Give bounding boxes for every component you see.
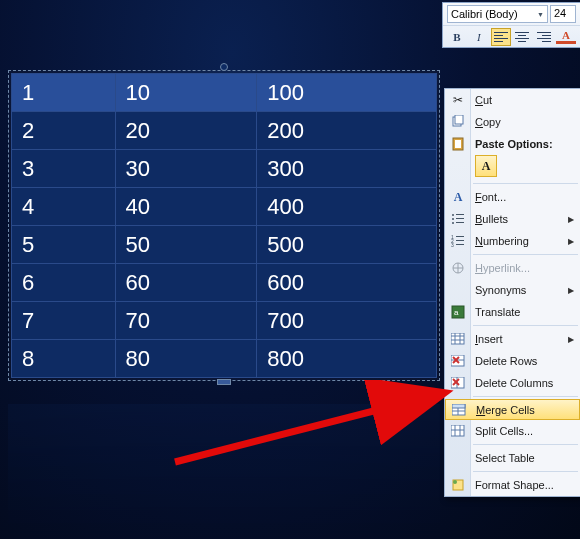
table-row[interactable]: 660600 <box>12 264 437 302</box>
table-row[interactable]: 770700 <box>12 302 437 340</box>
menu-header-paste-options: Paste Options: <box>445 133 580 155</box>
table-row[interactable]: 440400 <box>12 188 437 226</box>
table-cell[interactable]: 2 <box>12 112 116 150</box>
menu-item-translate[interactable]: a Translate <box>445 301 580 323</box>
menu-separator <box>473 254 578 255</box>
menu-item-hyperlink: Hyperlink... <box>445 257 580 279</box>
context-menu: ✂ Cut Copy Paste Options: A A Font... Bu… <box>444 88 580 497</box>
table-row[interactable]: 220200 <box>12 112 437 150</box>
menu-item-delete-rows[interactable]: Delete Rows <box>445 350 580 372</box>
format-shape-icon <box>449 477 467 493</box>
table-cell[interactable]: 20 <box>115 112 257 150</box>
rotate-handle-icon[interactable] <box>220 63 228 71</box>
svg-rect-15 <box>456 244 464 245</box>
italic-button[interactable]: I <box>469 28 489 46</box>
delete-rows-icon <box>449 353 467 369</box>
align-center-button[interactable] <box>513 28 533 46</box>
table-cell[interactable]: 40 <box>115 188 257 226</box>
chevron-right-icon: ▶ <box>568 215 574 224</box>
align-left-button[interactable] <box>491 28 511 46</box>
align-right-button[interactable] <box>534 28 554 46</box>
table-cell[interactable]: 5 <box>12 226 116 264</box>
paste-keep-text-button[interactable]: A <box>475 155 497 177</box>
table-cell[interactable]: 4 <box>12 188 116 226</box>
table-row[interactable]: 550500 <box>12 226 437 264</box>
table-row[interactable]: 110100 <box>12 74 437 112</box>
table-cell[interactable]: 700 <box>257 302 437 340</box>
svg-rect-3 <box>455 140 461 148</box>
table-container[interactable]: 1101002202003303004404005505006606007707… <box>8 70 440 381</box>
table-cell[interactable]: 10 <box>115 74 257 112</box>
menu-item-merge-cells[interactable]: Merge Cells <box>445 399 580 420</box>
table-cell[interactable]: 6 <box>12 264 116 302</box>
table-cell[interactable]: 7 <box>12 302 116 340</box>
table-cell[interactable]: 1 <box>12 74 116 112</box>
menu-separator <box>473 396 578 397</box>
mini-toolbar: Calibri (Body) ▼ 24 B I A <box>442 2 580 48</box>
table-cell[interactable]: 800 <box>257 340 437 378</box>
menu-item-split-cells[interactable]: Split Cells... <box>445 420 580 442</box>
svg-point-41 <box>453 480 457 484</box>
svg-rect-9 <box>456 222 464 223</box>
font-size-value: 24 <box>554 7 566 19</box>
table-cell[interactable]: 60 <box>115 264 257 302</box>
paste-options-row: A <box>445 155 580 181</box>
move-handle-icon[interactable] <box>217 379 231 385</box>
bold-button[interactable]: B <box>447 28 467 46</box>
data-table: 1101002202003303004404005505006606007707… <box>11 73 437 378</box>
menu-item-font[interactable]: A Font... <box>445 186 580 208</box>
menu-item-insert[interactable]: Insert ▶ <box>445 328 580 350</box>
numbering-icon: 123 <box>449 233 467 249</box>
menu-item-bullets[interactable]: Bullets ▶ <box>445 208 580 230</box>
delete-columns-icon <box>449 375 467 391</box>
align-center-icon <box>515 32 529 42</box>
menu-separator <box>473 444 578 445</box>
table-cell[interactable]: 8 <box>12 340 116 378</box>
menu-item-cut[interactable]: ✂ Cut <box>445 89 580 111</box>
table-cell[interactable]: 30 <box>115 150 257 188</box>
menu-item-synonyms[interactable]: Synonyms ▶ <box>445 279 580 301</box>
table-row[interactable]: 330300 <box>12 150 437 188</box>
table-cell[interactable]: 80 <box>115 340 257 378</box>
svg-rect-11 <box>456 236 464 237</box>
table-cell[interactable]: 300 <box>257 150 437 188</box>
table-row[interactable]: 880800 <box>12 340 437 378</box>
table-cell[interactable]: 3 <box>12 150 116 188</box>
table-insert-icon <box>449 331 467 347</box>
table-cell[interactable]: 600 <box>257 264 437 302</box>
align-right-icon <box>537 32 551 42</box>
table-cell[interactable]: 70 <box>115 302 257 340</box>
table-reflection <box>8 404 440 536</box>
font-size-select[interactable]: 24 <box>550 5 576 23</box>
table-cell[interactable]: 50 <box>115 226 257 264</box>
menu-item-format-shape[interactable]: Format Shape... <box>445 474 580 496</box>
font-family-value: Calibri (Body) <box>451 8 518 20</box>
menu-separator <box>473 325 578 326</box>
svg-text:a: a <box>454 308 459 317</box>
font-color-button[interactable]: A <box>556 29 576 44</box>
svg-rect-1 <box>455 115 463 124</box>
table-cell[interactable]: 100 <box>257 74 437 112</box>
chevron-right-icon: ▶ <box>568 237 574 246</box>
copy-icon <box>449 114 467 130</box>
svg-rect-13 <box>456 240 464 241</box>
svg-text:3: 3 <box>451 242 454 247</box>
svg-rect-19 <box>451 333 464 344</box>
menu-separator <box>473 471 578 472</box>
chevron-right-icon: ▶ <box>568 335 574 344</box>
merge-cells-icon <box>450 402 468 418</box>
table-cell[interactable]: 500 <box>257 226 437 264</box>
table-cell[interactable]: 400 <box>257 188 437 226</box>
menu-item-numbering[interactable]: 123 Numbering ▶ <box>445 230 580 252</box>
font-family-select[interactable]: Calibri (Body) ▼ <box>447 5 548 23</box>
menu-item-delete-columns[interactable]: Delete Columns <box>445 372 580 394</box>
chevron-right-icon: ▶ <box>568 286 574 295</box>
svg-point-8 <box>452 222 454 224</box>
svg-rect-7 <box>456 218 464 219</box>
svg-rect-5 <box>456 214 464 215</box>
translate-icon: a <box>449 304 467 320</box>
menu-item-select-table[interactable]: Select Table <box>445 447 580 469</box>
table-cell[interactable]: 200 <box>257 112 437 150</box>
bullets-icon <box>449 211 467 227</box>
menu-item-copy[interactable]: Copy <box>445 111 580 133</box>
